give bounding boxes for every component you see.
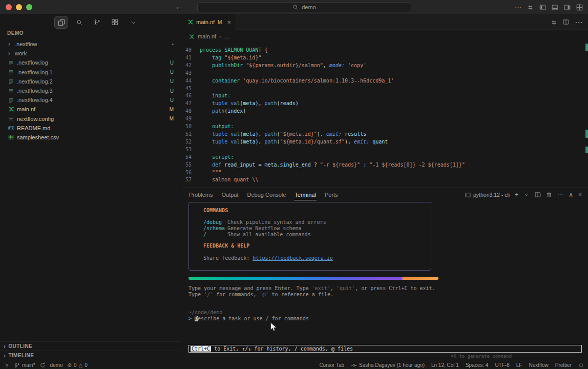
terminal-shell-selector[interactable]: python3.12 - cli — [465, 192, 510, 198]
file-name: .nextflow.log.2 — [17, 78, 53, 85]
more-views-chevron-icon[interactable] — [126, 16, 140, 29]
statusbar-utf-8[interactable]: UTF-8 — [495, 362, 509, 368]
fullscreen-window-button[interactable] — [26, 4, 32, 10]
code-line-57[interactable]: 57 salmon quant \\ — [183, 176, 588, 184]
panel-tab-output[interactable]: Output — [221, 189, 239, 200]
statusbar-sasha-dagayev-1-hour-ago-[interactable]: Sasha Dagayev (1 hour ago) — [351, 362, 425, 368]
editor-more-actions-icon[interactable]: ⋯ — [575, 17, 583, 27]
code-line-45[interactable]: 45 — [183, 85, 588, 93]
timeline-section[interactable]: › TIMELINE — [0, 351, 181, 360]
file-name: .nextflow — [15, 41, 37, 47]
feedback-header: FEEDBACK & HELP — [203, 243, 431, 249]
terminal-profile-chevron-icon[interactable] — [523, 192, 530, 198]
close-panel-icon[interactable]: × — [578, 191, 582, 198]
minimize-window-button[interactable] — [16, 4, 22, 10]
sidebar-bottom-sections: › OUTLINE › TIMELINE — [0, 341, 181, 360]
terminal-prompt-input[interactable]: > Describe a task or use / for commands — [188, 316, 309, 321]
statusbar-cursor-tab[interactable]: Cursor Tab — [319, 362, 344, 368]
git-status-badge: M — [170, 116, 174, 121]
file-item--nextflow[interactable]: ›.nextflow● — [0, 39, 181, 49]
source-control-view-icon[interactable] — [90, 16, 104, 29]
code-line-41[interactable]: 41 tag "${meta.id}" — [183, 54, 588, 62]
code-line-42[interactable]: 42 publishDir "${params.outdir}/salmon",… — [183, 62, 588, 70]
terminal-shortcut-bar: Ctrl+C to Exit, ↑/↓ for history, / comma… — [188, 345, 582, 353]
code-editor[interactable]: 40process SALMON_QUANT {41 tag "${meta.i… — [183, 43, 588, 188]
command-center-search[interactable]: demo — [197, 2, 411, 12]
explorer-project-header[interactable]: DEMO — [7, 30, 24, 36]
toggle-panel-icon[interactable] — [552, 4, 558, 11]
kill-terminal-icon[interactable] — [546, 192, 552, 198]
panel-tab-problems[interactable]: Problems — [188, 189, 213, 200]
log-file-icon — [8, 69, 15, 75]
remote-indicator[interactable] — [4, 362, 10, 368]
statusbar-sync[interactable] — [40, 362, 46, 368]
statusbar-branch[interactable]: main* — [14, 362, 35, 368]
file-item--nextflow-log-2[interactable]: .nextflow.log.2U — [0, 77, 181, 86]
statusbar-nextflow[interactable]: Nextflow — [529, 362, 548, 368]
new-terminal-button[interactable]: + — [515, 191, 518, 198]
code-line-46[interactable]: 46 input: — [183, 92, 588, 100]
breadcrumb[interactable]: main.nf › … — [183, 30, 588, 43]
file-item-readme-md[interactable]: README.md — [0, 124, 181, 133]
code-line-52[interactable]: 52 tuple val(meta), path("${meta.id}/qua… — [183, 138, 588, 146]
close-tab-icon[interactable]: × — [227, 18, 231, 26]
code-line-49[interactable]: 49 — [183, 115, 588, 123]
statusbar-prettier[interactable]: Prettier — [555, 362, 572, 368]
outline-section[interactable]: › OUTLINE — [0, 341, 181, 351]
close-window-button[interactable] — [6, 4, 12, 10]
notifications-bell[interactable] — [578, 362, 584, 368]
code-line-53[interactable]: 53 — [183, 146, 588, 154]
split-terminal-icon[interactable] — [535, 192, 541, 198]
file-item--nextflow-log-1[interactable]: .nextflow.log.1U — [0, 68, 181, 77]
line-number: 41 — [183, 54, 200, 62]
customize-layout-icon[interactable] — [576, 4, 583, 11]
code-line-44[interactable]: 44 container 'quay.io/biocontainers/salm… — [183, 77, 588, 85]
statusbar-lf[interactable]: LF — [516, 362, 522, 368]
toggle-secondary-sidebar-icon[interactable] — [564, 4, 571, 11]
statusbar-right: Cursor TabSasha Dagayev (1 hour ago)Ln 1… — [319, 362, 572, 368]
file-item-nextflow-config[interactable]: nextflow.configM — [0, 114, 181, 124]
search-view-icon[interactable] — [72, 16, 86, 29]
command-description: Show all available commands — [227, 232, 311, 238]
tab-main-nf[interactable]: main.nf M × — [183, 14, 236, 30]
code-line-48[interactable]: 48 path(index) — [183, 108, 588, 115]
line-number: 44 — [183, 77, 200, 85]
statusbar-problems[interactable]: ⊘0 △0 — [68, 362, 88, 368]
code-line-56[interactable]: 56 """ — [183, 169, 588, 177]
split-editor-icon[interactable] — [563, 19, 569, 25]
code-line-50[interactable]: 50 output: — [183, 123, 588, 131]
code-line-47[interactable]: 47 tuple val(meta), path(reads) — [183, 100, 588, 108]
more-actions-icon[interactable]: ⋯ — [515, 4, 521, 11]
maximize-panel-icon[interactable]: ∧ — [569, 191, 573, 198]
feedback-link[interactable]: https://feedback.seqera.io — [253, 255, 333, 261]
compare-changes-icon[interactable] — [551, 19, 557, 26]
statusbar-ln-12-col-1[interactable]: Ln 12, Col 1 — [431, 362, 459, 368]
file-item-work[interactable]: ›work — [0, 49, 181, 58]
navigate-back-icon[interactable]: ← — [175, 3, 182, 11]
code-line-43[interactable]: 43 — [183, 70, 588, 77]
code-line-40[interactable]: 40process SALMON_QUANT { — [183, 47, 588, 54]
file-item--nextflow-log-4[interactable]: .nextflow.log.4U — [0, 95, 181, 105]
panel-tab-debug-console[interactable]: Debug Console — [247, 189, 287, 200]
file-item-samplesheet-csv[interactable]: samplesheet.csv — [0, 133, 181, 142]
code-line-54[interactable]: 54 script: — [183, 154, 588, 161]
file-name: samplesheet.csv — [17, 134, 59, 140]
code-line-51[interactable]: 51 tuple val(meta), path("${meta.id}"), … — [183, 131, 588, 138]
line-number: 45 — [183, 85, 200, 93]
file-item--nextflow-log[interactable]: .nextflow.logU — [0, 58, 181, 67]
panel-tab-terminal[interactable]: Terminal — [294, 189, 317, 200]
extensions-view-icon[interactable] — [108, 16, 122, 29]
compare-toggle-icon[interactable] — [527, 4, 534, 11]
code-line-55[interactable]: 55 def read_input = meta.single_end ? "-… — [183, 161, 588, 169]
file-item--nextflow-log-3[interactable]: .nextflow.log.3U — [0, 86, 181, 95]
statusbar-project[interactable]: demo — [50, 362, 63, 368]
breadcrumb-file: main.nf — [198, 33, 216, 39]
command-name: / — [203, 232, 227, 238]
statusbar-spaces-4[interactable]: Spaces: 4 — [466, 362, 488, 368]
panel-more-actions-icon[interactable]: ⋯ — [557, 191, 563, 198]
explorer-view-icon[interactable] — [54, 16, 68, 29]
remote-icon — [4, 362, 10, 368]
panel-tab-ports[interactable]: Ports — [324, 189, 339, 200]
toggle-primary-sidebar-icon[interactable] — [539, 4, 546, 11]
file-item-main-nf[interactable]: main.nfM — [0, 105, 181, 114]
